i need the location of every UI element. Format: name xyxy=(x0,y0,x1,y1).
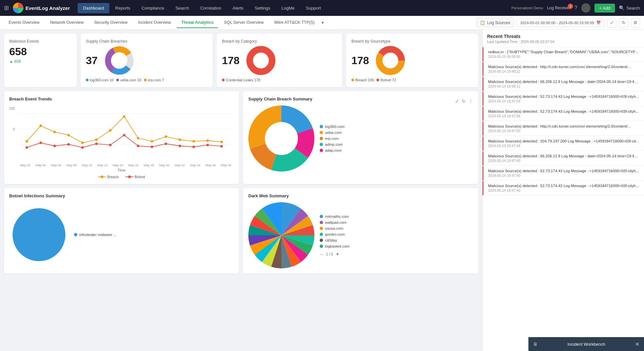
kpi-supply-chain: Supply Chain Breaches 37 xyxy=(81,34,213,87)
svg-point-24 xyxy=(220,141,223,143)
help-button[interactable]: ? xyxy=(574,5,577,11)
more-options-icon[interactable]: ⋮ xyxy=(468,98,473,104)
calendar-icon: 📅 xyxy=(596,20,601,25)
nav-tab-correlation[interactable]: Correlation xyxy=(195,3,227,13)
expand-chart-icon[interactable]: ⤢ xyxy=(455,98,459,104)
botnet-section: infostealer malware ... xyxy=(9,202,234,264)
legend-botnet: Botnet 72 xyxy=(376,78,396,82)
x-label-1: May 04 xyxy=(35,163,46,167)
threat-item-6[interactable]: Malicious Source(s) detected : 204.79.19… xyxy=(483,136,644,151)
svg-point-35 xyxy=(164,142,167,145)
svg-point-10 xyxy=(25,140,28,142)
x-label-11: May 24 xyxy=(190,163,200,167)
threat-item-1[interactable]: Malicious Source(s) detected : http://i.… xyxy=(483,62,644,76)
pagination-next-icon[interactable]: ▼ xyxy=(336,252,339,256)
threat-item-7[interactable]: Malicious Source(s) detected : 66.206.12… xyxy=(483,151,644,166)
botnet-pie xyxy=(9,205,69,264)
x-label-7: May 16 xyxy=(128,163,138,167)
add-button[interactable]: + Add xyxy=(594,4,615,13)
recent-threats-updated: Last Updated Time : 2024-09-06 02:07:04 xyxy=(483,40,644,47)
breach-trend-legend: Breach Botnet xyxy=(9,175,234,179)
nav-tab-reports[interactable]: Reports xyxy=(110,3,136,13)
svg-point-4 xyxy=(250,49,272,72)
x-label-2: May 06 xyxy=(51,163,61,167)
nav-tab-settings[interactable]: Settings xyxy=(249,3,275,13)
dark-web-wattpad: wattpad.com xyxy=(320,220,349,224)
legend-breach: Breach 106 xyxy=(351,78,374,82)
threat-time-2: 2024-05-14 19:48:12 xyxy=(488,84,639,88)
grid-icon[interactable]: ⊞ xyxy=(4,4,9,12)
botnet-legend-item: infostealer malware ... xyxy=(74,233,117,237)
legend-credential: Credential Leaks 178 xyxy=(222,78,260,82)
settings-icon[interactable]: ⚙ xyxy=(631,18,640,27)
nav-tab-alerts[interactable]: Alerts xyxy=(227,3,249,13)
user-avatar[interactable] xyxy=(581,3,590,13)
threat-time-0: 2024-05-15 00:00:00 xyxy=(488,55,639,58)
expand-icon[interactable]: ⤢ xyxy=(607,18,616,27)
nav-tab-logme[interactable]: LogMe xyxy=(276,3,300,13)
x-label-5: May 12 xyxy=(97,163,108,167)
threat-item-9[interactable]: Malicious Source(s) detected : 52.73.174… xyxy=(483,181,644,195)
dark-web-m4maths: m4maths.com xyxy=(320,214,349,218)
subnav-right: 📋 Log Sources 2024-05-01 00:00:00 - 2024… xyxy=(476,18,640,27)
dark-web-legend: m4maths.com wattpad.com canva.com g xyxy=(320,214,349,256)
pie-legend-ueba: ueba.com xyxy=(320,131,344,135)
dark-web-pie-section: m4maths.com wattpad.com canva.com g xyxy=(248,202,473,268)
workbench-close-icon[interactable]: ✕ xyxy=(635,341,639,347)
supply-chain-summary-title: Supply Chain Breach Summary xyxy=(248,97,312,101)
x-label-12: May 26 xyxy=(205,163,216,167)
threat-text-9: Malicious Source(s) detected : 52.73.174… xyxy=(488,184,639,188)
subnav-tab-security[interactable]: Security Overview xyxy=(89,18,132,28)
nav-tab-support[interactable]: Support xyxy=(301,3,326,13)
kpi-row: Malicious Events 658 ▲ 658 Supply Chain … xyxy=(4,34,478,87)
logo-text: EventLog Analyzer xyxy=(25,5,70,11)
threat-item-5[interactable]: Malicious Source(s) detected : http://i.… xyxy=(483,122,644,136)
nav-tab-compliance[interactable]: Compliance xyxy=(136,3,170,13)
log-receiver-label[interactable]: Log Receiver 2 xyxy=(547,6,571,10)
date-range-picker[interactable]: 2024-05-01 00:00:00 - 2024-05-30 23:59:5… xyxy=(517,19,604,27)
threat-text-8: Malicious Source(s) detected : 52.73.174… xyxy=(488,169,639,173)
kpi-supply-value: 37 xyxy=(86,55,98,67)
subnav-tab-events[interactable]: Events Overview xyxy=(4,18,44,28)
x-axis-label: Time xyxy=(9,168,234,172)
svg-point-21 xyxy=(178,138,181,141)
subnav-more-arrow[interactable]: ▼ xyxy=(321,20,325,25)
subnav-tab-network[interactable]: Network Overview xyxy=(46,18,88,28)
svg-point-19 xyxy=(151,140,153,142)
content-area: Malicious Events 658 ▲ 658 Supply Chain … xyxy=(0,30,482,351)
subnav-tab-sql[interactable]: SQL Server Overview xyxy=(219,18,268,28)
threat-item-2[interactable]: Malicious Source(s) detected : 66.206.12… xyxy=(483,77,644,91)
incident-workbench-label[interactable]: Incident Workbench xyxy=(567,342,605,347)
kpi-breach-category: Breach by Category 178 Credential Leaks … xyxy=(217,34,342,87)
refresh-chart-icon[interactable]: ↻ xyxy=(462,98,466,104)
threat-item-3[interactable]: Malicious Source(s) detected : 52.73.174… xyxy=(483,92,644,106)
svg-point-33 xyxy=(137,145,139,147)
svg-point-18 xyxy=(137,137,139,139)
threat-item-4[interactable]: Malicious Source(s) detected : 52.73.174… xyxy=(483,107,644,121)
subnav-tab-incident[interactable]: Incident Overview xyxy=(133,18,175,28)
subnav-tab-threat[interactable]: Threat Analytics xyxy=(177,18,218,28)
svg-point-34 xyxy=(151,146,153,148)
kpi-malicious-sub: ▲ 658 xyxy=(9,59,71,64)
log-sources-button[interactable]: 📋 Log Sources xyxy=(476,18,514,27)
kpi-breach-cat-value: 178 xyxy=(222,55,239,67)
breach-sourcetype-donut xyxy=(376,46,405,75)
dark-web-gonitro: gonitro.com xyxy=(320,232,349,236)
svg-point-41 xyxy=(101,176,103,178)
svg-point-27 xyxy=(53,145,55,147)
nav-tab-search[interactable]: Search xyxy=(170,3,194,13)
kpi-breach-src-title: Breach by Sourcetype xyxy=(351,39,473,44)
legend-botnet-line: Botnet xyxy=(125,175,145,179)
search-top[interactable]: 🔍 Search xyxy=(619,5,640,11)
subnav-tab-mitre[interactable]: Mitre ATT&CK TTP(S) xyxy=(270,18,319,28)
nav-tab-dashboard[interactable]: Dashboard xyxy=(78,3,109,13)
pagination-prev-icon[interactable]: — xyxy=(320,252,323,256)
legend-erp: erp.com 7 xyxy=(144,78,164,82)
dark-web-bigbasket: bigbasket.com xyxy=(320,244,349,248)
threat-list: redbus.in : {"SUBTYPE":"Supply Chain Bre… xyxy=(483,47,644,351)
threat-item-0[interactable]: redbus.in : {"SUBTYPE":"Supply Chain Bre… xyxy=(483,47,644,61)
threat-item-8[interactable]: Malicious Source(s) detected : 52.73.174… xyxy=(483,166,644,180)
threat-text-7: Malicious Source(s) detected : 66.206.12… xyxy=(488,154,639,158)
kpi-breach-cat-title: Breach by Category xyxy=(222,39,337,44)
refresh-icon[interactable]: ↻ xyxy=(619,18,628,27)
